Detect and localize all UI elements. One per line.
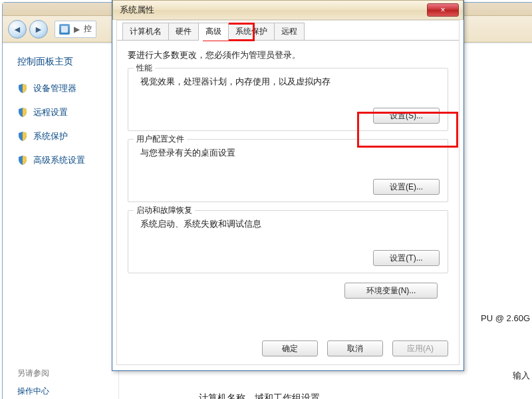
forward-button[interactable]: ► bbox=[29, 20, 48, 39]
group-desc-performance: 视觉效果，处理器计划，内存使用，以及虚拟内存 bbox=[140, 76, 440, 88]
back-button[interactable]: ◄ bbox=[8, 20, 27, 39]
group-user-profile: 用户配置文件 与您登录有关的桌面设置 设置(E)... bbox=[128, 139, 448, 202]
control-panel-icon bbox=[59, 24, 70, 35]
group-legend-performance: 性能 bbox=[134, 63, 155, 74]
section-title-computer-name: 计算机名称、域和工作组设置 bbox=[199, 392, 320, 399]
sidebar-footer-muted: 另请参阅 bbox=[17, 368, 49, 379]
sidebar-item-label: 设备管理器 bbox=[33, 82, 76, 94]
sidebar-footer: 另请参阅 操作中心 bbox=[17, 368, 49, 397]
tab-hardware[interactable]: 硬件 bbox=[168, 23, 199, 40]
shield-icon bbox=[17, 83, 28, 94]
breadcrumb-label: 控 bbox=[84, 23, 92, 35]
sidebar-item-label: 系统保护 bbox=[33, 130, 68, 142]
group-performance: 性能 视觉效果，处理器计划，内存使用，以及虚拟内存 设置(S)... bbox=[128, 68, 448, 131]
breadcrumb[interactable]: ▶ 控 bbox=[55, 21, 96, 38]
sidebar-item-advanced-settings[interactable]: 高级系统设置 bbox=[17, 154, 110, 166]
close-icon: × bbox=[440, 5, 445, 15]
close-button[interactable]: × bbox=[427, 3, 459, 17]
shield-icon bbox=[17, 155, 28, 166]
shield-icon bbox=[17, 107, 28, 118]
cancel-button[interactable]: 取消 bbox=[327, 340, 383, 356]
settings-button-startup-recovery[interactable]: 设置(T)... bbox=[373, 250, 440, 266]
dialog-titlebar[interactable]: 系统属性 × bbox=[112, 0, 464, 20]
dialog-button-row: 确定 取消 应用(A) bbox=[262, 340, 448, 356]
sidebar-item-label: 高级系统设置 bbox=[33, 154, 85, 166]
tab-page-advanced: 要进行大多数更改，您必须作为管理员登录。 性能 视觉效果，处理器计划，内存使用，… bbox=[117, 41, 459, 305]
sidebar-item-label: 远程设置 bbox=[33, 106, 68, 118]
sidebar-title: 控制面板主页 bbox=[17, 56, 110, 68]
dialog-body: 计算机名 硬件 高级 系统保护 远程 要进行大多数更改，您必须作为管理员登录。 … bbox=[116, 20, 460, 365]
sidebar: 控制面板主页 设备管理器 远程设置 系统保护 高级系统设置 另请参阅 操作中心 bbox=[3, 44, 119, 399]
input-fragment: 输入 bbox=[513, 370, 530, 382]
apply-button: 应用(A) bbox=[392, 340, 448, 356]
group-startup-recovery: 启动和故障恢复 系统启动、系统失败和调试信息 设置(T)... bbox=[128, 210, 448, 273]
environment-variables-button[interactable]: 环境变量(N)... bbox=[344, 283, 438, 299]
shield-icon bbox=[17, 131, 28, 142]
sidebar-item-remote-settings[interactable]: 远程设置 bbox=[17, 106, 110, 118]
tab-system-protection[interactable]: 系统保护 bbox=[228, 23, 275, 40]
tab-advanced[interactable]: 高级 bbox=[198, 23, 229, 41]
settings-button-performance[interactable]: 设置(S)... bbox=[373, 108, 440, 124]
chevron-right-icon: ▶ bbox=[74, 25, 80, 34]
tab-computer-name[interactable]: 计算机名 bbox=[122, 23, 169, 40]
tab-remote[interactable]: 远程 bbox=[274, 23, 305, 40]
tab-row: 计算机名 硬件 高级 系统保护 远程 bbox=[117, 21, 459, 41]
group-desc-startup-recovery: 系统启动、系统失败和调试信息 bbox=[140, 219, 440, 230]
settings-button-user-profile[interactable]: 设置(E)... bbox=[373, 179, 440, 195]
group-legend-user-profile: 用户配置文件 bbox=[134, 134, 187, 145]
sidebar-footer-link[interactable]: 操作中心 bbox=[17, 386, 49, 396]
group-desc-user-profile: 与您登录有关的桌面设置 bbox=[140, 148, 440, 159]
cpu-info-fragment: PU @ 2.60G bbox=[481, 313, 530, 323]
sidebar-item-system-protection[interactable]: 系统保护 bbox=[17, 130, 110, 142]
system-properties-dialog: 系统属性 × 计算机名 硬件 高级 系统保护 远程 要进行大多数更改，您必须作为… bbox=[112, 0, 464, 371]
admin-instruction: 要进行大多数更改，您必须作为管理员登录。 bbox=[128, 50, 448, 61]
group-legend-startup-recovery: 启动和故障恢复 bbox=[134, 205, 195, 216]
sidebar-item-device-manager[interactable]: 设备管理器 bbox=[17, 82, 110, 94]
dialog-title: 系统属性 bbox=[120, 4, 154, 16]
ok-button[interactable]: 确定 bbox=[262, 340, 318, 356]
